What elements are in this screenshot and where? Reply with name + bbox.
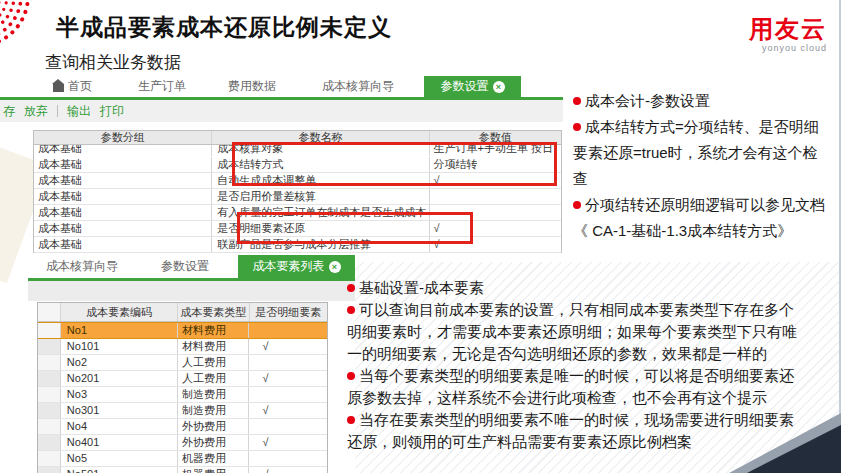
- toolbar: 存 放弃 输出 打印: [0, 100, 563, 122]
- logo-subtext: yonyou cloud: [749, 43, 827, 53]
- element-code-cell: No4: [61, 419, 178, 434]
- element-type-cell: 人工费用: [178, 355, 250, 370]
- print-button[interactable]: 打印: [100, 103, 124, 120]
- element-detail-cell: √: [249, 467, 327, 473]
- note-text: 一的明细要素，无论是否勾选明细还原的参数，效果都是一样的: [347, 345, 767, 362]
- note-line: 《 CA-1-基础-1.3成本结转方式》: [573, 218, 835, 244]
- param-value-cell: 分项结转: [430, 157, 562, 172]
- element-type-cell: 材料费用: [178, 339, 250, 354]
- logo-text: 用友云: [749, 16, 827, 42]
- page-title: 半成品要素成本还原比例未定义: [56, 12, 392, 43]
- tab-production-order[interactable]: 生产订单: [138, 76, 186, 97]
- tab-label: 首页: [68, 76, 92, 97]
- element-code-cell: No301: [61, 403, 178, 418]
- note-line: 查: [573, 166, 835, 192]
- close-icon[interactable]: ×: [329, 261, 341, 273]
- bullet-dot-icon: [573, 201, 581, 209]
- table-row[interactable]: No201 人工费用 √: [38, 371, 327, 387]
- param-group-cell: 成本基础: [34, 205, 212, 220]
- table-row[interactable]: No301 制造费用 √: [38, 403, 327, 419]
- note-line: 成本会计-参数设置: [573, 88, 835, 114]
- element-type-cell: 机器费用: [178, 467, 250, 473]
- export-button[interactable]: 输出: [67, 103, 91, 120]
- table-header-row: 参数分组 参数名称 参数值: [34, 131, 561, 145]
- tab-label: 费用数据: [228, 76, 276, 97]
- row-gutter: [38, 419, 61, 434]
- note-text: 原参数去掉，这样系统不会进行此项检查，也不会再有这个提示: [347, 389, 767, 406]
- table-row[interactable]: 成本基础 成本结转方式 分项结转: [34, 157, 561, 173]
- row-gutter: [38, 451, 61, 466]
- table-row[interactable]: 成本基础 联副产品是否参与成本分层推算 √: [34, 237, 561, 253]
- param-name-cell: 有入库量的完工订单在制成本是否生成成本: [212, 205, 429, 220]
- column-header: 参数分组: [34, 131, 212, 144]
- table-row[interactable]: 成本基础 是否明细要素还原 √: [34, 221, 561, 237]
- note-text: 还原，则领用的可生产料品需要有要素还原比例档案: [347, 433, 692, 450]
- table-row[interactable]: No501 机器费用 √: [38, 467, 327, 473]
- row-gutter: [38, 339, 61, 354]
- tab-bar: 首页 生产订单 费用数据 成本核算向导 参数设置 ×: [0, 76, 563, 97]
- row-gutter: [38, 467, 61, 473]
- tab-params-settings-active[interactable]: 参数设置 ×: [424, 76, 521, 97]
- element-code-cell: No3: [61, 387, 178, 402]
- table-row[interactable]: No101 材料费用 √: [38, 339, 327, 355]
- column-header: 参数值: [430, 131, 562, 144]
- param-value-cell: 生产订单+手动生单 按日计划: [430, 145, 562, 156]
- note-line: 分项结转还原明细逻辑可以参见文档: [573, 192, 835, 218]
- column-header: 成本要素编码: [61, 303, 178, 321]
- table-row-selected[interactable]: No1 材料费用: [38, 322, 327, 339]
- tab-expense-data[interactable]: 费用数据: [228, 76, 276, 97]
- table-row[interactable]: No3 制造费用: [38, 387, 327, 403]
- param-group-cell: 成本基础: [34, 157, 212, 172]
- tab-params-settings[interactable]: 参数设置: [161, 255, 209, 278]
- param-name-cell: 是否明细要素还原: [212, 221, 429, 236]
- bullet-dot-icon: [347, 372, 355, 380]
- tab-cost-wizard[interactable]: 成本核算向导: [46, 255, 118, 278]
- table-row[interactable]: No5 机器费用: [38, 451, 327, 467]
- param-name-cell: 成本结转方式: [212, 157, 429, 172]
- element-type-cell: 机器费用: [178, 451, 250, 466]
- tab-home[interactable]: 首页: [53, 76, 92, 97]
- element-detail-cell: [249, 355, 327, 370]
- table-header-row: 成本要素编码 成本要素类型 是否明细要素: [38, 303, 327, 322]
- note-text: 当每个要素类型的明细要素是唯一的时候，可以将是否明细要素还: [359, 367, 794, 384]
- note-line: 可以查询目前成本要素的设置，只有相同成本要素类型下存在多个: [347, 299, 839, 321]
- cost-elements-table: 成本要素编码 成本要素类型 是否明细要素 No1 材料费用 No101 材料费用…: [37, 302, 328, 473]
- row-gutter: [38, 403, 61, 418]
- tab-label: 生产订单: [138, 76, 186, 97]
- note-text: 分项结转还原明细逻辑可以参见文档: [585, 196, 825, 213]
- element-code-cell: No2: [61, 355, 178, 370]
- element-code-cell: No401: [61, 435, 178, 450]
- toolbar-divider: [57, 105, 58, 117]
- params-settings-screenshot: 首页 生产订单 费用数据 成本核算向导 参数设置 × 存 放弃 输出 打印: [0, 76, 563, 253]
- element-code-cell: No1: [61, 323, 178, 338]
- note-line: 原参数去掉，这样系统不会进行此项检查，也不会再有这个提示: [347, 387, 839, 409]
- param-name-cell: 自动生成成本调整单: [212, 173, 429, 188]
- discard-button[interactable]: 放弃: [24, 103, 48, 120]
- tab-cost-elements-active[interactable]: 成本要素列表 ×: [238, 255, 355, 278]
- close-icon[interactable]: ×: [493, 81, 505, 93]
- row-gutter: [38, 435, 61, 450]
- bullet-dot-icon: [347, 306, 355, 314]
- clipped-row-wrapper: 成本基础 成本核算对象 生产订单+手动生单 按日计划: [34, 145, 561, 157]
- table-row[interactable]: 成本基础 成本核算对象 生产订单+手动生单 按日计划: [34, 145, 561, 156]
- notes-elements-block: 基础设置-成本要素 可以查询目前成本要素的设置，只有相同成本要素类型下存在多个 …: [347, 277, 839, 453]
- param-value-cell: [430, 189, 562, 204]
- element-type-cell: 人工费用: [178, 371, 250, 386]
- element-code-cell: No101: [61, 339, 178, 354]
- note-line: 要素还原=true时，系统才会有这个检: [573, 140, 835, 166]
- table-row[interactable]: 成本基础 是否启用价量差核算: [34, 189, 561, 205]
- table-row[interactable]: No2 人工费用: [38, 355, 327, 371]
- save-button[interactable]: 存: [3, 103, 15, 120]
- element-detail-cell: √: [249, 435, 327, 450]
- table-row[interactable]: No401 外协费用 √: [38, 435, 327, 451]
- note-text: 成本结转方式=分项结转、是否明细: [585, 118, 819, 135]
- element-code-cell: No5: [61, 451, 178, 466]
- note-line: 一的明细要素，无论是否勾选明细还原的参数，效果都是一样的: [347, 343, 839, 365]
- red-dots-fan-decoration: [0, 0, 46, 64]
- tab-cost-wizard[interactable]: 成本核算向导: [322, 76, 394, 97]
- slide: 半成品要素成本还原比例未定义 查询相关业务数据 用友云 yonyou cloud…: [0, 0, 841, 473]
- table-row[interactable]: No4 外协费用: [38, 419, 327, 435]
- tab-label: 成本核算向导: [322, 76, 394, 97]
- table-row[interactable]: 成本基础 有入库量的完工订单在制成本是否生成成本: [34, 205, 561, 221]
- table-row[interactable]: 成本基础 自动生成成本调整单 √: [34, 173, 561, 189]
